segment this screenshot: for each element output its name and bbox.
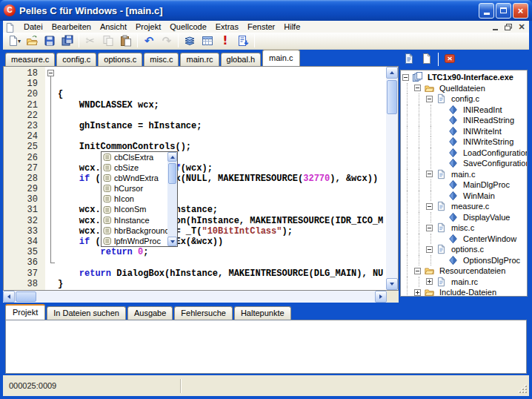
scroll-left-button[interactable] <box>3 291 15 303</box>
bottom-tab-ausgabe[interactable]: Ausgabe <box>127 306 173 320</box>
menu-item-extras[interactable]: Extras <box>211 21 243 33</box>
project-options-button[interactable] <box>199 33 216 49</box>
tree-item-inireadint[interactable]: INIReadInt <box>401 105 527 116</box>
compile-button[interactable] <box>181 33 199 49</box>
tree-item-loadconfiguration[interactable]: LoadConfiguration <box>401 148 527 159</box>
autocomplete-item-hicon[interactable]: hIcon <box>102 194 177 204</box>
close-panel-button[interactable] <box>441 51 459 67</box>
popup-scroll-up-button[interactable] <box>167 152 177 162</box>
source-page-button[interactable] <box>400 51 418 67</box>
collapse-toggle[interactable] <box>426 171 433 177</box>
dropdown-arrow-icon[interactable]: ▾ <box>18 38 21 44</box>
tree-item-iniwriteint[interactable]: INIWriteInt <box>401 126 527 137</box>
tree-item-inireadstring[interactable]: INIReadString <box>401 115 527 126</box>
tree-item-resourcendateien[interactable]: Resourcendateien <box>401 266 527 277</box>
autocomplete-item-cbwndextra[interactable]: cbWndExtra <box>102 173 177 183</box>
popup-scroll-down-button[interactable] <box>167 237 177 246</box>
tree-item-saveconfiguration[interactable]: SaveConfiguration <box>401 158 527 169</box>
menu-item-projekt[interactable]: Projekt <box>131 21 165 33</box>
scroll-up-button[interactable] <box>386 67 398 79</box>
tree-item-main-c[interactable]: main.c <box>401 169 527 180</box>
mdi-restore-button[interactable] <box>502 22 514 32</box>
horizontal-scroll-thumb[interactable] <box>16 291 36 302</box>
tree-item-optionsdlgproc[interactable]: OptionsDlgProc <box>401 255 527 266</box>
project-tree[interactable]: LTC1x90-Interface.exeQuelldateienconfig.… <box>400 70 528 297</box>
resize-grip[interactable] <box>518 384 527 393</box>
bottom-tab-in-dateien-suchen[interactable]: In Dateien suchen <box>47 306 126 320</box>
tree-item-main-rc[interactable]: main.rc <box>401 277 527 288</box>
menu-item-datei[interactable]: Datei <box>19 21 47 33</box>
autocomplete-item-hbrbackground[interactable]: hbrBackground <box>102 225 177 236</box>
autocomplete-item-cbclsextra[interactable]: cbClsExtra <box>102 152 177 162</box>
collapse-toggle[interactable] <box>426 225 433 231</box>
menu-item-quellcode[interactable]: Quellcode <box>165 21 211 33</box>
menu-item-ansicht[interactable]: Ansicht <box>96 21 131 33</box>
popup-scroll-thumb[interactable] <box>168 163 176 184</box>
scroll-down-button[interactable] <box>386 278 398 290</box>
blank-page-button[interactable] <box>418 51 436 67</box>
collapse-toggle[interactable] <box>426 96 433 102</box>
editor-tab-main-rc[interactable]: main.rc <box>180 53 219 66</box>
mdi-document-icon[interactable] <box>4 22 16 32</box>
expand-toggle[interactable] <box>426 278 433 285</box>
popup-scrollbar[interactable] <box>167 152 177 246</box>
mdi-close-button[interactable]: ✕ <box>516 22 528 32</box>
autocomplete-popup[interactable]: cbClsExtracbSizecbWndExtrahCursorhIconhI… <box>101 151 178 247</box>
tree-item-options-c[interactable]: options.c <box>401 244 527 255</box>
menu-item-hilfe[interactable]: Hilfe <box>279 21 305 33</box>
autocomplete-item-hcursor[interactable]: hCursor <box>102 183 177 194</box>
save-button[interactable] <box>41 33 59 49</box>
editor-tab-measure-c[interactable]: measure.c <box>5 53 55 66</box>
tree-item-ltc1x90-interface-exe[interactable]: LTC1x90-Interface.exe <box>401 72 527 83</box>
close-button[interactable]: × <box>513 3 528 19</box>
menu-item-bearbeiten[interactable]: Bearbeiten <box>47 21 96 33</box>
menu-item-fenster[interactable]: Fenster <box>243 21 279 33</box>
tree-item-quelldateien[interactable]: Quelldateien <box>401 83 527 94</box>
paste-button[interactable] <box>117 33 135 49</box>
title-bar[interactable]: C Pelles C für Windows - [main.c] × <box>0 0 532 21</box>
tree-item-centerwindow[interactable]: CenterWindow <box>401 234 527 245</box>
undo-button[interactable]: ↶ <box>140 33 158 49</box>
scroll-right-button[interactable] <box>375 291 387 303</box>
collapse-toggle[interactable] <box>426 203 433 210</box>
editor-tab-global-h[interactable]: global.h <box>221 53 262 66</box>
autocomplete-item-hinstance[interactable]: hInstance <box>102 215 177 225</box>
tree-item-iniwritestring[interactable]: INIWriteString <box>401 136 527 148</box>
tree-item-config-c[interactable]: config.c <box>401 93 527 105</box>
editor-tab-misc-c[interactable]: misc.c <box>144 53 179 66</box>
code-text-area[interactable]: { WNDCLASSEX wcx; ghInstance = hInstance… <box>58 67 386 290</box>
new-document-button[interactable]: ▾ <box>5 33 23 49</box>
collapse-toggle[interactable] <box>414 268 421 274</box>
editor-horizontal-scrollbar[interactable] <box>3 291 387 303</box>
autocomplete-item-lpfnwndproc[interactable]: lpfnWndProc <box>102 236 177 246</box>
fold-collapse-icon[interactable] <box>47 70 54 76</box>
collapse-toggle[interactable] <box>402 74 409 81</box>
editor-tab-options-c[interactable]: options.c <box>98 53 142 66</box>
tree-item-maindlgproc[interactable]: MainDlgProc <box>401 179 527 191</box>
tree-item-measure-c[interactable]: measure.c <box>401 201 527 212</box>
goto-definition-button[interactable] <box>234 33 252 49</box>
code-editor[interactable]: 1819202122232425262728293031323334353637… <box>3 66 399 291</box>
editor-vertical-scrollbar[interactable] <box>386 67 398 290</box>
bottom-tab-fehlersuche[interactable]: Fehlersuche <box>174 306 233 320</box>
execute-button[interactable]: ! <box>216 33 234 49</box>
collapse-toggle[interactable] <box>414 85 421 91</box>
tree-item-misc-c[interactable]: misc.c <box>401 222 527 234</box>
bottom-tab-haltepunkte[interactable]: Haltepunkte <box>234 306 291 320</box>
editor-tab-main-c[interactable]: main.c <box>262 50 299 66</box>
bottom-tab-projekt[interactable]: Projekt <box>5 304 45 320</box>
autocomplete-item-cbsize[interactable]: cbSize <box>102 162 177 173</box>
project-output-panel[interactable] <box>5 320 527 374</box>
editor-tab-config-c[interactable]: config.c <box>56 53 96 66</box>
collapse-toggle[interactable] <box>426 246 433 253</box>
tree-item-displayvalue[interactable]: DisplayValue <box>401 212 527 223</box>
maximize-button[interactable] <box>496 3 511 19</box>
mdi-minimize-button[interactable] <box>489 22 501 32</box>
tree-item-winmain[interactable]: WinMain <box>401 191 527 202</box>
save-all-button[interactable] <box>59 33 76 49</box>
expand-toggle[interactable] <box>414 289 421 296</box>
autocomplete-item-hiconsm[interactable]: hIconSm <box>102 204 177 214</box>
vertical-scroll-thumb[interactable] <box>387 80 397 114</box>
tree-item-include-dateien[interactable]: Include-Dateien <box>401 287 527 297</box>
minimize-button[interactable] <box>479 3 494 19</box>
